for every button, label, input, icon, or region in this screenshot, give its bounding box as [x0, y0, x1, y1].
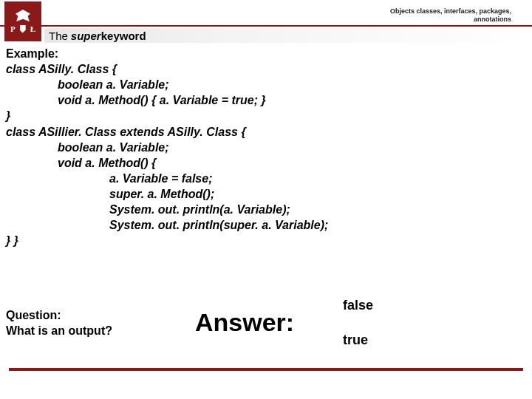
- answer-values: false true: [343, 288, 525, 358]
- logo-letter-p: P: [10, 24, 16, 33]
- code-line: boolean a. Variable;: [6, 77, 525, 92]
- code-line: }: [6, 108, 525, 123]
- code-line: super. a. Method();: [6, 186, 525, 202]
- university-logo: P Ł: [4, 1, 41, 41]
- slide-body: Example: class ASilly. Class { boolean a…: [6, 46, 525, 248]
- title-pre: The: [49, 30, 68, 42]
- code-line: void a. Method() {: [6, 155, 525, 171]
- title-rest: keyword: [101, 30, 146, 42]
- eagle-icon: [15, 10, 31, 21]
- breadcrumb-line2: annotations: [390, 16, 511, 24]
- title-keyword: super: [71, 30, 101, 42]
- breadcrumb: Objects classes, interfaces, packages, a…: [390, 7, 511, 24]
- example-label: Example:: [6, 46, 525, 61]
- breadcrumb-line1: Objects classes, interfaces, packages,: [390, 7, 511, 16]
- answer-label: Answer:: [195, 308, 343, 337]
- code-line: System. out. println(super. a. Variable)…: [6, 217, 525, 233]
- answer-value-1: false: [343, 288, 525, 323]
- code-line: System. out. println(a. Variable);: [6, 202, 525, 217]
- question-label: Question:: [6, 307, 195, 323]
- slide-title: The super keyword: [44, 28, 532, 43]
- logo-letter-l: Ł: [30, 24, 35, 33]
- code-line: } }: [6, 233, 525, 248]
- code-line: void a. Method() { a. Variable = true; }: [6, 92, 525, 108]
- code-line: a. Variable = false;: [6, 171, 525, 186]
- question-text: What is an output?: [6, 323, 195, 338]
- question-block: Question: What is an output?: [6, 307, 195, 338]
- code-line: class ASilly. Class {: [6, 61, 525, 77]
- footer-rule: [9, 368, 523, 371]
- code-line: boolean a. Variable;: [6, 140, 525, 155]
- qa-row: Question: What is an output? Answer: fal…: [6, 288, 525, 358]
- answer-value-2: true: [343, 323, 525, 358]
- code-line: class ASillier. Class extends ASilly. Cl…: [6, 124, 525, 140]
- header: Objects classes, interfaces, packages, a…: [0, 0, 532, 43]
- logo-letters: P Ł: [10, 24, 35, 33]
- header-rule: [0, 25, 532, 27]
- shield-icon: [20, 25, 26, 33]
